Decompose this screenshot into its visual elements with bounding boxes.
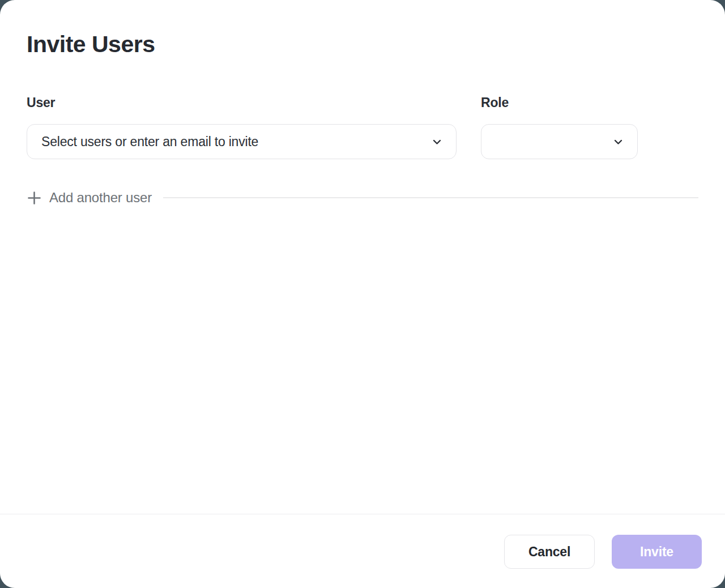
page-title: Invite Users — [27, 31, 698, 58]
add-user-row: Add another user — [27, 190, 698, 206]
invite-button[interactable]: Invite — [612, 535, 702, 569]
add-another-user-button[interactable]: Add another user — [27, 190, 152, 206]
invite-users-dialog: Invite Users User Select users or enter … — [0, 0, 725, 588]
user-select[interactable]: Select users or enter an email to invite — [27, 124, 457, 159]
plus-icon — [27, 190, 42, 206]
role-field-group: Role — [481, 95, 638, 159]
role-select[interactable] — [481, 124, 638, 159]
invite-form-row: User Select users or enter an email to i… — [27, 95, 698, 159]
user-field-label: User — [27, 95, 457, 110]
cancel-button[interactable]: Cancel — [504, 535, 595, 569]
role-field-label: Role — [481, 95, 638, 110]
dialog-footer: Cancel Invite — [0, 514, 725, 588]
horizontal-divider — [163, 197, 698, 198]
chevron-down-icon — [432, 137, 442, 147]
user-field-group: User Select users or enter an email to i… — [27, 95, 457, 159]
user-select-placeholder: Select users or enter an email to invite — [41, 134, 432, 150]
chevron-down-icon — [613, 137, 624, 147]
dialog-body: Invite Users User Select users or enter … — [0, 0, 725, 514]
add-another-user-label: Add another user — [49, 190, 152, 206]
